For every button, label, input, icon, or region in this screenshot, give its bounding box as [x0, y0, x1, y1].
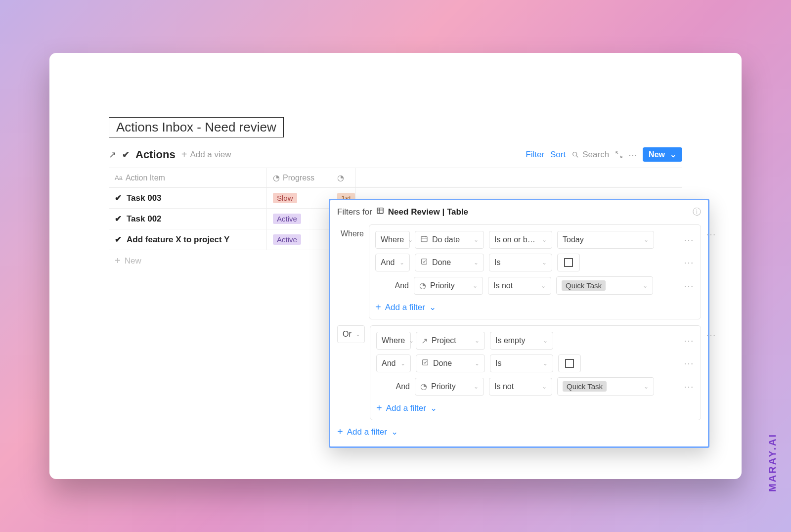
- rule-value-select[interactable]: Quick Task⌄: [557, 377, 654, 396]
- add-filter-label: Add a filter: [385, 303, 425, 312]
- expand-icon[interactable]: [615, 151, 623, 159]
- filter-group: Where⌄ Do date ⌄ Is on or b…⌄ Today⌄ ⋯ A…: [369, 224, 701, 319]
- group-condition-select[interactable]: Or⌄: [337, 325, 365, 343]
- rule-condition-select[interactable]: Where⌄: [376, 332, 411, 350]
- search-icon: [571, 151, 579, 159]
- svg-rect-5: [421, 236, 427, 242]
- table-header: Aa Action Item ◔ Progress ◔: [109, 168, 682, 188]
- check-icon: ✔: [122, 149, 130, 160]
- rule-operator-select[interactable]: Is empty⌄: [490, 332, 553, 350]
- col-action-item[interactable]: Aa Action Item: [109, 168, 267, 187]
- progress-tag: Active: [273, 214, 301, 224]
- add-filter-rule-button[interactable]: + Add a filter ⌄: [376, 402, 695, 414]
- filter-button[interactable]: Filter: [526, 150, 544, 160]
- rule-more-icon[interactable]: ⋯: [682, 280, 695, 292]
- rule-operator-select[interactable]: Is⌄: [489, 254, 552, 271]
- add-view-label: Add a view: [190, 150, 231, 160]
- sort-button[interactable]: Sort: [550, 150, 566, 160]
- rule-condition-select[interactable]: And⌄: [375, 254, 410, 271]
- filter-group: Where⌄ ↗ Project ⌄ Is empty⌄ ⋯ And⌄ Done…: [370, 325, 701, 420]
- rule-value-select[interactable]: Today⌄: [557, 231, 654, 249]
- rule-value-checkbox[interactable]: [558, 355, 581, 372]
- more-icon[interactable]: ⋯: [629, 151, 637, 159]
- filter-rule: And ◔ Priority ⌄ Is not⌄ Quick Task⌄ ⋯: [376, 377, 695, 396]
- property-icon: [420, 235, 428, 245]
- rule-more-icon[interactable]: ⋯: [682, 335, 695, 347]
- plus-icon: +: [181, 149, 187, 160]
- cell-title[interactable]: ✔ Add feature X to project Y: [109, 229, 267, 250]
- add-row-label: New: [125, 256, 141, 266]
- rule-more-icon[interactable]: ⋯: [682, 381, 695, 393]
- rule-property-select[interactable]: Done ⌄: [415, 254, 484, 271]
- group-more-icon[interactable]: ⋯: [704, 228, 717, 240]
- rule-property-select[interactable]: ◔ Priority ⌄: [414, 277, 483, 295]
- open-full-icon[interactable]: ↗: [109, 149, 116, 160]
- property-label: Priority: [430, 281, 455, 290]
- value-tag: Quick Task: [563, 381, 607, 392]
- filter-rule: And⌄ Done ⌄ Is⌄ ⋯: [376, 355, 695, 372]
- plus-icon: +: [376, 402, 382, 414]
- check-icon: ✔: [115, 214, 122, 224]
- value-tag: Quick Task: [562, 280, 606, 291]
- chevron-down-icon: ⌄: [670, 150, 676, 159]
- filter-view-name: Need Review | Table: [388, 207, 468, 217]
- database-title[interactable]: Actions: [135, 148, 176, 161]
- add-filter-rule-button[interactable]: + Add a filter ⌄: [375, 302, 695, 313]
- add-filter-group-button[interactable]: + Add a filter ⌄: [337, 426, 701, 438]
- rule-value-checkbox[interactable]: [557, 254, 580, 271]
- help-icon[interactable]: ⓘ: [693, 206, 701, 218]
- chevron-down-icon: ⌄: [391, 427, 398, 437]
- filter-rule: And ◔ Priority ⌄ Is not⌄ Quick Task⌄ ⋯: [375, 276, 695, 295]
- col-progress[interactable]: ◔ Progress: [267, 168, 331, 187]
- filter-rule: And⌄ Done ⌄ Is⌄ ⋯: [375, 254, 695, 271]
- svg-rect-10: [423, 360, 428, 365]
- rule-condition-select[interactable]: Where⌄: [375, 231, 410, 249]
- rule-operator-select[interactable]: Is⌄: [490, 355, 553, 372]
- chevron-down-icon: ⌄: [429, 302, 436, 312]
- rule-operator-select[interactable]: Is on or b…⌄: [489, 231, 552, 249]
- cell-progress[interactable]: Active: [267, 229, 331, 250]
- group-more-icon[interactable]: ⋯: [704, 329, 717, 341]
- svg-rect-9: [422, 259, 427, 265]
- status-icon: ◔: [337, 173, 344, 182]
- check-icon: ✔: [115, 234, 122, 245]
- cell-progress[interactable]: Active: [267, 209, 331, 229]
- rule-condition: And: [376, 378, 410, 396]
- checkbox-icon: [565, 359, 574, 368]
- rule-operator-select[interactable]: Is not⌄: [489, 378, 552, 396]
- filter-group-row: Where Where⌄ Do date ⌄ Is on or b…⌄ Toda…: [337, 224, 701, 319]
- svg-point-0: [573, 152, 577, 156]
- row-title: Task 002: [127, 214, 162, 224]
- rule-operator-select[interactable]: Is not⌄: [488, 277, 551, 295]
- filter-rule: Where⌄ Do date ⌄ Is on or b…⌄ Today⌄ ⋯: [375, 231, 695, 249]
- rule-property-select[interactable]: ◔ Priority ⌄: [415, 378, 484, 396]
- rule-property-select[interactable]: ↗ Project ⌄: [416, 332, 485, 350]
- svg-rect-2: [377, 208, 383, 214]
- progress-tag: Slow: [273, 193, 297, 203]
- add-view-button[interactable]: + Add a view: [181, 149, 231, 160]
- rule-more-icon[interactable]: ⋯: [682, 257, 695, 268]
- new-button[interactable]: New ⌄: [643, 147, 682, 162]
- rule-property-select[interactable]: Done ⌄: [416, 355, 485, 372]
- watermark: MARAY.AI: [767, 433, 778, 492]
- search-button[interactable]: Search: [571, 150, 609, 160]
- status-icon: ◔: [273, 173, 280, 182]
- checkbox-icon: [564, 258, 573, 267]
- page-title: Actions Inbox - Need review: [109, 117, 284, 137]
- rule-property-select[interactable]: Do date ⌄: [415, 231, 484, 249]
- cell-progress[interactable]: Slow: [267, 188, 331, 208]
- rule-more-icon[interactable]: ⋯: [682, 234, 695, 246]
- svg-line-1: [576, 155, 578, 157]
- col-extra[interactable]: ◔: [331, 168, 356, 187]
- rule-value-select[interactable]: Quick Task⌄: [556, 276, 653, 295]
- rule-condition-select[interactable]: And⌄: [376, 355, 411, 372]
- row-title: Add feature X to project Y: [127, 235, 229, 245]
- cell-title[interactable]: ✔ Task 003: [109, 188, 267, 208]
- view-toolbar: ↗ ✔ Actions + Add a view Filter Sort Sea…: [109, 147, 682, 162]
- property-icon: ↗: [421, 336, 428, 346]
- plus-icon: +: [115, 255, 121, 266]
- property-label: Done: [432, 258, 451, 267]
- cell-title[interactable]: ✔ Task 002: [109, 209, 267, 229]
- filter-panel: Filters for Need Review | Table ⓘ Where …: [329, 199, 709, 448]
- rule-more-icon[interactable]: ⋯: [682, 357, 695, 369]
